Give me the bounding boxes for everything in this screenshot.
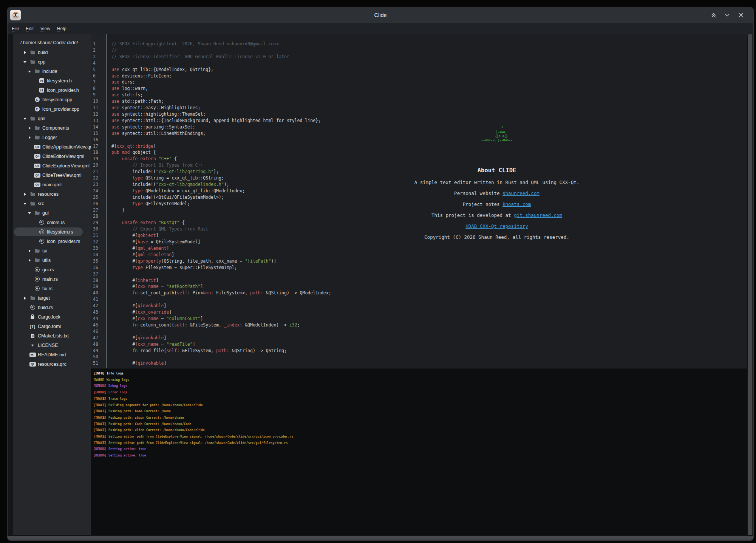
tree-item-readme-md[interactable]: M↓README.md bbox=[13, 350, 91, 359]
tree-item-resources-qrc[interactable]: Qtresources.qrc bbox=[13, 359, 91, 369]
chevron-expanded-icon[interactable] bbox=[28, 70, 31, 73]
expand-arrow[interactable] bbox=[22, 296, 28, 300]
tree-item-tui-rs[interactable]: Rtui.rs bbox=[13, 284, 91, 293]
chevron-collapsed-icon[interactable] bbox=[28, 249, 31, 253]
tree-item-filesystem-cpp[interactable]: Cfilesystem.cpp bbox=[13, 95, 91, 104]
expand-arrow[interactable] bbox=[27, 249, 32, 253]
tree-item-clideapplicationview-qml[interactable]: QtClideApplicationView.qml bbox=[13, 142, 91, 152]
folder-icon-box bbox=[29, 59, 36, 64]
chevron-collapsed-icon[interactable] bbox=[23, 192, 27, 196]
code-line: #[qml_singleton] bbox=[111, 252, 747, 258]
chevron-expanded-icon[interactable] bbox=[23, 60, 27, 64]
expand-arrow[interactable] bbox=[27, 126, 32, 130]
log-entry-trace: [TRACE] Building segments for path: /hom… bbox=[93, 402, 747, 408]
log-entry-info: [INFO] Info logs bbox=[93, 370, 747, 377]
expand-arrow[interactable] bbox=[22, 192, 28, 196]
expand-arrow[interactable] bbox=[27, 136, 32, 139]
about-link-shaunreed-com[interactable]: shaunreed.com bbox=[502, 190, 540, 196]
tree-item-gui[interactable]: gui bbox=[13, 208, 91, 218]
qt-icon-box: Qt bbox=[34, 173, 40, 178]
about-link-kdab-cxx-qt-repository[interactable]: KDAB CXX-Qt repository bbox=[465, 223, 528, 229]
about-line-1: Personal website shaunreed.com bbox=[402, 188, 591, 199]
tree-item-cpp[interactable]: cpp bbox=[13, 57, 91, 67]
file-explorer[interactable]: / home/ shaun/ Code/ clide/ buildcppincl… bbox=[13, 34, 91, 535]
log-panel[interactable]: [INFO] Info logs[WARN] Warning logs[DEBU… bbox=[91, 368, 747, 535]
code-line: use syntect::html::{IncludeBackground, a… bbox=[111, 118, 747, 124]
tree-item-clidetreeview-qml[interactable]: QtClideTreeView.qml bbox=[13, 170, 91, 180]
tree-item-tui[interactable]: tui bbox=[13, 246, 91, 255]
tree-item-cargo-lock[interactable]: Cargo.lock bbox=[13, 312, 91, 322]
code-editor[interactable]: * |.===. {}o o{} --ooO--(_)--Ooo-- About… bbox=[107, 34, 747, 368]
expand-arrow[interactable] bbox=[22, 117, 28, 121]
menu-file[interactable]: File bbox=[8, 24, 22, 33]
rust-file-icon: R bbox=[39, 220, 44, 225]
chevron-expanded-icon[interactable] bbox=[23, 117, 27, 121]
tree-item-build-rs[interactable]: Rbuild.rs bbox=[13, 303, 91, 312]
tree-item-logger[interactable]: Logger bbox=[13, 133, 91, 142]
tree-item-filesystem-h[interactable]: Hfilesystem.h bbox=[13, 76, 91, 85]
tree-item-icon-provider-cpp[interactable]: Cicon_provider.cpp bbox=[13, 104, 91, 114]
line-number: 14 bbox=[93, 124, 106, 130]
tree-item-clideexplorerview-qml[interactable]: QtClideExplorerView.qml bbox=[13, 161, 91, 170]
tree-item-label: filesystem.h bbox=[47, 78, 72, 84]
code-line: #[qproperty(QString, file_path, cxx_name… bbox=[111, 258, 747, 265]
tree-item-colors-rs[interactable]: Rcolors.rs bbox=[13, 218, 91, 227]
tree-item-icon-provider-rs[interactable]: Ricon_provider.rs bbox=[13, 237, 91, 246]
file-icon-box bbox=[29, 333, 36, 338]
tree-item-resources[interactable]: resources bbox=[13, 189, 91, 199]
qt-qml-file-icon: Qt bbox=[29, 362, 36, 367]
qt-icon-box: Qt bbox=[34, 183, 40, 187]
line-number: 36 bbox=[93, 265, 106, 271]
chevron-collapsed-icon[interactable] bbox=[28, 136, 31, 139]
tree-item-include[interactable]: include bbox=[13, 67, 91, 76]
menu-edit[interactable]: Edit bbox=[22, 24, 37, 33]
about-link-git-shaunreed-com[interactable]: git.shaunreed.com bbox=[514, 212, 562, 218]
tree-item-build[interactable]: build bbox=[13, 48, 91, 57]
rust-file-icon: R bbox=[35, 277, 40, 282]
menu-view[interactable]: View bbox=[37, 24, 54, 33]
tree-item-clideeditorview-qml[interactable]: QtClideEditorView.qml bbox=[13, 152, 91, 161]
tree-item-main-rs[interactable]: Rmain.rs bbox=[13, 274, 91, 284]
tree-item-target[interactable]: target bbox=[13, 293, 91, 303]
tree-item-cargo-toml[interactable]: [T]Cargo.toml bbox=[13, 322, 91, 331]
code-line: #[inherit] bbox=[111, 277, 747, 284]
tree-item-src[interactable]: src bbox=[13, 199, 91, 208]
horizontal-scrollbar[interactable] bbox=[8, 535, 753, 540]
qt-qml-file-icon: Qt bbox=[34, 145, 40, 149]
tree-item-qml[interactable]: qml bbox=[13, 114, 91, 123]
tree-item-label: ClideApplicationView.qml bbox=[42, 144, 91, 150]
tree-item-utils[interactable]: utils bbox=[13, 255, 91, 265]
vertical-scrollbar[interactable] bbox=[747, 34, 753, 535]
rust-file-icon: R bbox=[35, 286, 40, 291]
qt-icon-box: Qt bbox=[34, 145, 40, 149]
chevron-collapsed-icon[interactable] bbox=[23, 51, 27, 54]
chevron-expanded-icon[interactable] bbox=[28, 211, 31, 215]
expand-arrow[interactable] bbox=[27, 70, 32, 73]
editor-view: 1234567891011121314151617181920212223242… bbox=[91, 34, 747, 368]
chevron-collapsed-icon[interactable] bbox=[28, 258, 31, 262]
chevron-collapsed-icon[interactable] bbox=[23, 296, 27, 300]
tree-item-gui-rs[interactable]: Rgui.rs bbox=[13, 265, 91, 274]
expand-arrow[interactable] bbox=[22, 51, 28, 54]
tree-item-main-qml[interactable]: Qtmain.qml bbox=[13, 180, 91, 189]
expand-arrow[interactable] bbox=[27, 211, 32, 215]
lock-icon bbox=[30, 314, 35, 319]
folder-icon bbox=[30, 295, 36, 300]
tree-item-filesystem-rs[interactable]: Rfilesystem.rs bbox=[13, 227, 91, 237]
code-line: #[cxx_name = "columnCount"] bbox=[111, 316, 747, 322]
tree-item-icon-provider-h[interactable]: Hicon_provider.h bbox=[13, 85, 91, 95]
chevron-expanded-icon[interactable] bbox=[23, 202, 27, 206]
lock-icon-box bbox=[29, 314, 36, 319]
about-link-knoats-com[interactable]: knoats.com bbox=[502, 201, 531, 207]
chevron-collapsed-icon[interactable] bbox=[28, 126, 31, 130]
expand-arrow[interactable] bbox=[27, 258, 32, 262]
menu-help[interactable]: Help bbox=[54, 24, 70, 33]
expand-arrow[interactable] bbox=[22, 202, 28, 206]
tree-item-cmakelists-txt[interactable]: CMakeLists.txt bbox=[13, 331, 91, 340]
h-icon-box: H bbox=[38, 78, 45, 83]
tree-item-license[interactable]: ✶LICENSE bbox=[13, 340, 91, 350]
code-line: use devicons::FileIcon; bbox=[111, 73, 747, 79]
line-number: 23 bbox=[93, 181, 106, 188]
tree-item-components[interactable]: Components bbox=[13, 123, 91, 133]
expand-arrow[interactable] bbox=[22, 60, 28, 64]
